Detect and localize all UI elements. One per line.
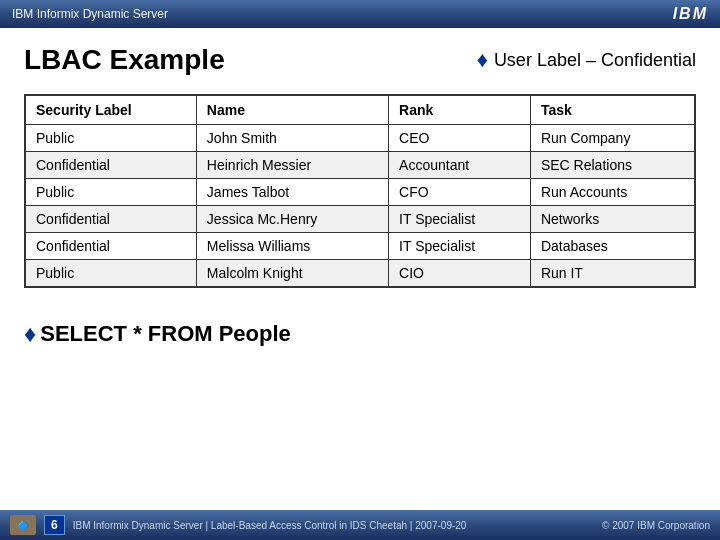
table-cell: IT Specialist [389,206,531,233]
footer: 🔷 6 IBM Informix Dynamic Server | Label-… [0,510,720,540]
table-cell: Heinrich Messier [196,152,388,179]
table-row: ConfidentialMelissa WilliamsIT Specialis… [25,233,695,260]
table-cell: Public [25,260,196,288]
ibm-logo: IBM [673,5,708,23]
table-cell: Melissa Williams [196,233,388,260]
table-header-row: Security Label Name Rank Task [25,95,695,125]
col-task: Task [530,95,695,125]
footer-copyright: © 2007 IBM Corporation [602,520,710,531]
table-cell: Run IT [530,260,695,288]
col-name: Name [196,95,388,125]
table-cell: Public [25,179,196,206]
diamond-icon-header: ♦ [477,47,488,73]
footer-text: IBM Informix Dynamic Server | Label-Base… [73,520,594,531]
table-cell: IT Specialist [389,233,531,260]
user-label: ♦ User Label – Confidential [477,47,696,73]
table-cell: CEO [389,125,531,152]
table-row: PublicJohn SmithCEORun Company [25,125,695,152]
table-cell: SEC Relations [530,152,695,179]
page-title: LBAC Example [24,44,225,76]
top-bar-title: IBM Informix Dynamic Server [12,7,168,21]
table-row: PublicJames TalbotCFORun Accounts [25,179,695,206]
top-bar: IBM Informix Dynamic Server IBM [0,0,720,28]
table-cell: Jessica Mc.Henry [196,206,388,233]
table-cell: Malcolm Knight [196,260,388,288]
data-table: Security Label Name Rank Task PublicJohn… [24,94,696,288]
table-cell: Databases [530,233,695,260]
table-cell: Confidential [25,233,196,260]
table-cell: Run Company [530,125,695,152]
table-cell: James Talbot [196,179,388,206]
table-cell: Public [25,125,196,152]
table-cell: John Smith [196,125,388,152]
main-content: LBAC Example ♦ User Label – Confidential… [0,28,720,360]
footer-icon: 🔷 [10,515,36,535]
table-cell: Networks [530,206,695,233]
footer-page-num: 6 [44,515,65,535]
col-security-label: Security Label [25,95,196,125]
table-row: ConfidentialJessica Mc.HenryIT Specialis… [25,206,695,233]
table-cell: CIO [389,260,531,288]
user-label-text: User Label – Confidential [494,50,696,71]
table-body: PublicJohn SmithCEORun CompanyConfidenti… [25,125,695,288]
table-row: PublicMalcolm KnightCIORun IT [25,260,695,288]
table-cell: Run Accounts [530,179,695,206]
table-row: ConfidentialHeinrich MessierAccountantSE… [25,152,695,179]
diamond-icon-bottom: ♦ [24,320,36,348]
table-cell: CFO [389,179,531,206]
table-cell: Confidential [25,206,196,233]
table-cell: Accountant [389,152,531,179]
col-rank: Rank [389,95,531,125]
select-query: SELECT * FROM People [40,321,291,347]
header-row: LBAC Example ♦ User Label – Confidential [24,44,696,76]
table-cell: Confidential [25,152,196,179]
bottom-section: ♦ SELECT * FROM People [24,320,696,348]
